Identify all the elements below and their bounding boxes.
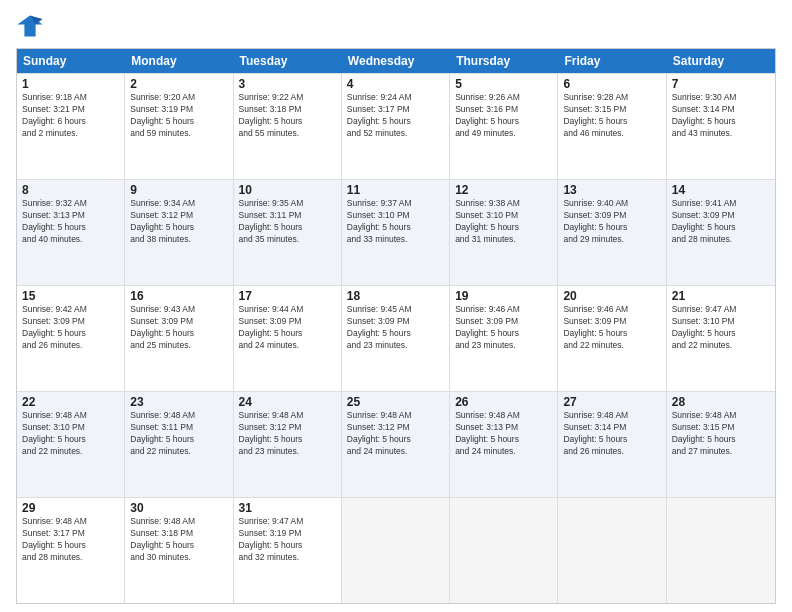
calendar-cell: 17Sunrise: 9:44 AM Sunset: 3:09 PM Dayli…	[234, 286, 342, 391]
day-number: 15	[22, 289, 119, 303]
calendar-cell: 23Sunrise: 9:48 AM Sunset: 3:11 PM Dayli…	[125, 392, 233, 497]
calendar-cell: 8Sunrise: 9:32 AM Sunset: 3:13 PM Daylig…	[17, 180, 125, 285]
page: SundayMondayTuesdayWednesdayThursdayFrid…	[0, 0, 792, 612]
calendar-cell: 2Sunrise: 9:20 AM Sunset: 3:19 PM Daylig…	[125, 74, 233, 179]
day-info: Sunrise: 9:30 AM Sunset: 3:14 PM Dayligh…	[672, 92, 770, 140]
calendar-cell: 6Sunrise: 9:28 AM Sunset: 3:15 PM Daylig…	[558, 74, 666, 179]
weekday-header-monday: Monday	[125, 49, 233, 73]
calendar-cell: 18Sunrise: 9:45 AM Sunset: 3:09 PM Dayli…	[342, 286, 450, 391]
calendar-row-3: 15Sunrise: 9:42 AM Sunset: 3:09 PM Dayli…	[17, 285, 775, 391]
calendar-cell: 12Sunrise: 9:38 AM Sunset: 3:10 PM Dayli…	[450, 180, 558, 285]
day-number: 12	[455, 183, 552, 197]
day-info: Sunrise: 9:46 AM Sunset: 3:09 PM Dayligh…	[563, 304, 660, 352]
day-info: Sunrise: 9:47 AM Sunset: 3:10 PM Dayligh…	[672, 304, 770, 352]
calendar-cell: 9Sunrise: 9:34 AM Sunset: 3:12 PM Daylig…	[125, 180, 233, 285]
day-info: Sunrise: 9:48 AM Sunset: 3:10 PM Dayligh…	[22, 410, 119, 458]
day-info: Sunrise: 9:20 AM Sunset: 3:19 PM Dayligh…	[130, 92, 227, 140]
day-number: 14	[672, 183, 770, 197]
day-info: Sunrise: 9:41 AM Sunset: 3:09 PM Dayligh…	[672, 198, 770, 246]
day-number: 20	[563, 289, 660, 303]
day-number: 29	[22, 501, 119, 515]
day-info: Sunrise: 9:43 AM Sunset: 3:09 PM Dayligh…	[130, 304, 227, 352]
day-info: Sunrise: 9:48 AM Sunset: 3:17 PM Dayligh…	[22, 516, 119, 564]
day-info: Sunrise: 9:35 AM Sunset: 3:11 PM Dayligh…	[239, 198, 336, 246]
day-number: 2	[130, 77, 227, 91]
day-info: Sunrise: 9:42 AM Sunset: 3:09 PM Dayligh…	[22, 304, 119, 352]
calendar-cell: 13Sunrise: 9:40 AM Sunset: 3:09 PM Dayli…	[558, 180, 666, 285]
calendar-cell: 31Sunrise: 9:47 AM Sunset: 3:19 PM Dayli…	[234, 498, 342, 603]
calendar-cell: 15Sunrise: 9:42 AM Sunset: 3:09 PM Dayli…	[17, 286, 125, 391]
header	[16, 12, 776, 40]
day-info: Sunrise: 9:45 AM Sunset: 3:09 PM Dayligh…	[347, 304, 444, 352]
day-info: Sunrise: 9:46 AM Sunset: 3:09 PM Dayligh…	[455, 304, 552, 352]
day-info: Sunrise: 9:26 AM Sunset: 3:16 PM Dayligh…	[455, 92, 552, 140]
day-info: Sunrise: 9:48 AM Sunset: 3:12 PM Dayligh…	[347, 410, 444, 458]
calendar-cell: 20Sunrise: 9:46 AM Sunset: 3:09 PM Dayli…	[558, 286, 666, 391]
calendar-cell: 29Sunrise: 9:48 AM Sunset: 3:17 PM Dayli…	[17, 498, 125, 603]
calendar-cell: 24Sunrise: 9:48 AM Sunset: 3:12 PM Dayli…	[234, 392, 342, 497]
day-info: Sunrise: 9:48 AM Sunset: 3:18 PM Dayligh…	[130, 516, 227, 564]
day-info: Sunrise: 9:48 AM Sunset: 3:12 PM Dayligh…	[239, 410, 336, 458]
weekday-header-friday: Friday	[558, 49, 666, 73]
day-info: Sunrise: 9:34 AM Sunset: 3:12 PM Dayligh…	[130, 198, 227, 246]
calendar-row-1: 1Sunrise: 9:18 AM Sunset: 3:21 PM Daylig…	[17, 73, 775, 179]
weekday-header-wednesday: Wednesday	[342, 49, 450, 73]
day-info: Sunrise: 9:37 AM Sunset: 3:10 PM Dayligh…	[347, 198, 444, 246]
weekday-header-saturday: Saturday	[667, 49, 775, 73]
day-number: 5	[455, 77, 552, 91]
calendar-cell: 26Sunrise: 9:48 AM Sunset: 3:13 PM Dayli…	[450, 392, 558, 497]
calendar-cell	[450, 498, 558, 603]
calendar-cell: 10Sunrise: 9:35 AM Sunset: 3:11 PM Dayli…	[234, 180, 342, 285]
weekday-header-tuesday: Tuesday	[234, 49, 342, 73]
calendar-cell: 30Sunrise: 9:48 AM Sunset: 3:18 PM Dayli…	[125, 498, 233, 603]
day-number: 6	[563, 77, 660, 91]
day-number: 11	[347, 183, 444, 197]
calendar-cell: 28Sunrise: 9:48 AM Sunset: 3:15 PM Dayli…	[667, 392, 775, 497]
day-number: 3	[239, 77, 336, 91]
weekday-header-sunday: Sunday	[17, 49, 125, 73]
calendar-cell	[558, 498, 666, 603]
day-number: 22	[22, 395, 119, 409]
day-number: 30	[130, 501, 227, 515]
calendar-cell	[342, 498, 450, 603]
day-number: 31	[239, 501, 336, 515]
calendar-cell: 16Sunrise: 9:43 AM Sunset: 3:09 PM Dayli…	[125, 286, 233, 391]
calendar-cell: 14Sunrise: 9:41 AM Sunset: 3:09 PM Dayli…	[667, 180, 775, 285]
day-number: 24	[239, 395, 336, 409]
day-info: Sunrise: 9:48 AM Sunset: 3:15 PM Dayligh…	[672, 410, 770, 458]
day-info: Sunrise: 9:32 AM Sunset: 3:13 PM Dayligh…	[22, 198, 119, 246]
day-number: 21	[672, 289, 770, 303]
day-number: 4	[347, 77, 444, 91]
day-number: 28	[672, 395, 770, 409]
day-number: 1	[22, 77, 119, 91]
day-info: Sunrise: 9:38 AM Sunset: 3:10 PM Dayligh…	[455, 198, 552, 246]
day-number: 18	[347, 289, 444, 303]
calendar-cell	[667, 498, 775, 603]
day-info: Sunrise: 9:18 AM Sunset: 3:21 PM Dayligh…	[22, 92, 119, 140]
logo	[16, 12, 48, 40]
day-number: 13	[563, 183, 660, 197]
calendar-cell: 11Sunrise: 9:37 AM Sunset: 3:10 PM Dayli…	[342, 180, 450, 285]
day-info: Sunrise: 9:40 AM Sunset: 3:09 PM Dayligh…	[563, 198, 660, 246]
day-info: Sunrise: 9:22 AM Sunset: 3:18 PM Dayligh…	[239, 92, 336, 140]
calendar: SundayMondayTuesdayWednesdayThursdayFrid…	[16, 48, 776, 604]
day-number: 16	[130, 289, 227, 303]
calendar-row-5: 29Sunrise: 9:48 AM Sunset: 3:17 PM Dayli…	[17, 497, 775, 603]
calendar-cell: 1Sunrise: 9:18 AM Sunset: 3:21 PM Daylig…	[17, 74, 125, 179]
logo-bird-icon	[16, 12, 44, 40]
day-number: 25	[347, 395, 444, 409]
calendar-cell: 21Sunrise: 9:47 AM Sunset: 3:10 PM Dayli…	[667, 286, 775, 391]
day-number: 27	[563, 395, 660, 409]
day-number: 23	[130, 395, 227, 409]
calendar-body: 1Sunrise: 9:18 AM Sunset: 3:21 PM Daylig…	[17, 73, 775, 603]
day-info: Sunrise: 9:28 AM Sunset: 3:15 PM Dayligh…	[563, 92, 660, 140]
calendar-cell: 3Sunrise: 9:22 AM Sunset: 3:18 PM Daylig…	[234, 74, 342, 179]
day-number: 9	[130, 183, 227, 197]
calendar-header: SundayMondayTuesdayWednesdayThursdayFrid…	[17, 49, 775, 73]
calendar-row-2: 8Sunrise: 9:32 AM Sunset: 3:13 PM Daylig…	[17, 179, 775, 285]
day-number: 17	[239, 289, 336, 303]
calendar-cell: 27Sunrise: 9:48 AM Sunset: 3:14 PM Dayli…	[558, 392, 666, 497]
calendar-cell: 4Sunrise: 9:24 AM Sunset: 3:17 PM Daylig…	[342, 74, 450, 179]
calendar-cell: 22Sunrise: 9:48 AM Sunset: 3:10 PM Dayli…	[17, 392, 125, 497]
day-info: Sunrise: 9:48 AM Sunset: 3:14 PM Dayligh…	[563, 410, 660, 458]
